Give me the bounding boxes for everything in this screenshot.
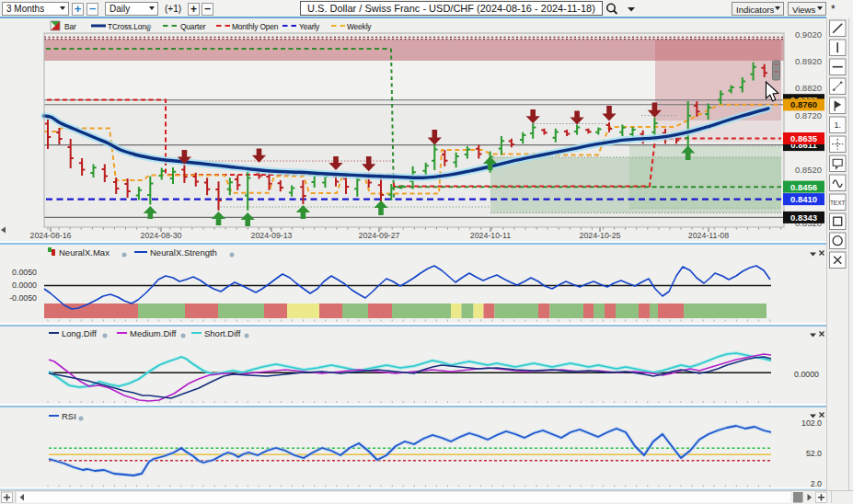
svg-text:NeuralX.Strength: NeuralX.Strength	[150, 247, 217, 258]
svg-text:0.8760: 0.8760	[790, 99, 817, 109]
svg-text:TEXT: TEXT	[830, 200, 846, 206]
svg-text:0.0050: 0.0050	[12, 268, 37, 277]
svg-text:0.8520: 0.8520	[795, 165, 822, 175]
svg-text:2024-10-11: 2024-10-11	[470, 231, 511, 240]
svg-text:2024-11-08: 2024-11-08	[688, 231, 729, 240]
svg-text:Short.Diff: Short.Diff	[204, 328, 241, 338]
svg-text:2024-09-13: 2024-09-13	[251, 231, 293, 240]
svg-text:0.8720: 0.8720	[795, 110, 822, 120]
svg-text:-0.0050: -0.0050	[9, 293, 37, 303]
svg-text:52.0: 52.0	[806, 449, 822, 458]
svg-text:0.9020: 0.9020	[795, 29, 822, 40]
svg-text:0.8820: 0.8820	[795, 83, 822, 93]
svg-text:102.0: 102.0	[801, 418, 822, 428]
svg-text:0.8456: 0.8456	[790, 182, 817, 192]
svg-text:2024-10-25: 2024-10-25	[580, 231, 621, 240]
svg-text:0.0000: 0.0000	[12, 281, 37, 290]
svg-text:Medium.Diff: Medium.Diff	[130, 328, 177, 338]
svg-text:NeuralX.Max: NeuralX.Max	[59, 247, 110, 258]
svg-text:2024-08-16: 2024-08-16	[30, 231, 72, 240]
svg-text:0.8343: 0.8343	[790, 212, 817, 223]
svg-text:RSI: RSI	[62, 411, 76, 421]
svg-text:0.8635: 0.8635	[790, 133, 818, 143]
svg-text:Long.Diff: Long.Diff	[62, 328, 97, 338]
svg-text:0.8920: 0.8920	[795, 56, 822, 66]
svg-text:0.0000: 0.0000	[794, 370, 819, 379]
svg-text:2024-09-27: 2024-09-27	[359, 231, 400, 240]
svg-text:1.: 1.	[834, 120, 841, 130]
svg-text:2024-08-30: 2024-08-30	[141, 231, 182, 240]
svg-text:0.8410: 0.8410	[790, 194, 817, 204]
